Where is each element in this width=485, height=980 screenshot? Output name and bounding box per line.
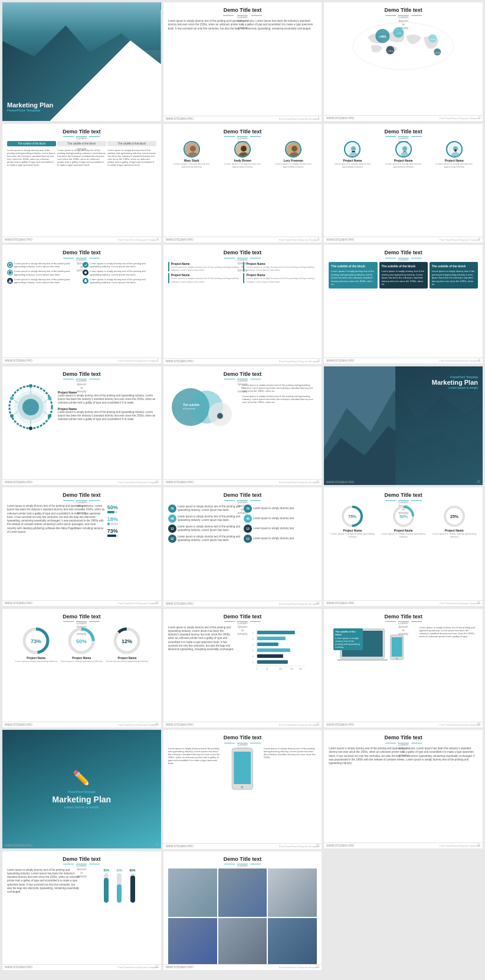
member-3-industry: typesetting industry [270,165,317,168]
slide-2-footer: WWW.SITE2MAX.PRO Free PowerPoint & Keyno… [163,116,322,122]
svg-rect-93 [257,648,290,652]
photo-4 [168,918,217,967]
slide-8-title: Demo Title text [168,250,317,255]
donut-charts: 75% Project Name Lorem ipsum is simply d… [329,504,478,538]
list-item: Lorem ipsum is simply dummy text of the … [83,278,156,284]
svg-text:L: L [253,637,254,640]
svg-point-35 [84,271,87,274]
slides-grid: Marketing Plan PowerPoint Template Demo … [0,0,485,972]
slide-9: Demo Title text Lorem Ipsum is simply Th… [324,245,483,363]
slide-6-title: Demo Title text [329,129,478,135]
slide-8: Demo Title text Lorem Ipsum is simply Pr… [163,245,322,364]
device-layout: The subtitle of the block Lorem ipsum is… [329,626,478,670]
svg-text:+47%: +47% [395,32,402,35]
svg-text:200: 200 [299,668,302,670]
list-item: Lorem ipsum is simply dummy text of the … [7,270,80,276]
bar-chart-layout: Lorem ipsum is simply dummy text of the … [168,626,317,676]
cover3-subtitle: Lorem Ipsum is simply [64,805,99,809]
list-icon-2 [7,270,13,276]
bubble-overlay: The subtitle of the block Lorem ipsum is… [333,628,363,650]
svg-rect-92 [257,643,278,646]
slide-12: PowerPoint Template Marketing Plan Lorem… [324,366,483,485]
slide-20-title: Demo Title text [168,735,317,740]
member-2-role: Lorem ipsum is simply dummy text [219,162,266,165]
list-col-left: i Lorem ipsum is simply dummy text of th… [7,262,80,286]
slide-23-title: Demo Title text [168,856,317,862]
svg-text:50%: 50% [399,514,408,519]
slide-13-title: Demo Title text [7,492,156,498]
tabs-row: The subtitle of the block The subtitle o… [7,141,156,146]
slide-1: Marketing Plan PowerPoint Template [2,2,161,121]
prog-row-5: 76 Lorem ipsum is simply dummy text. [244,504,317,513]
progress-right: 76 Lorem ipsum is simply dummy text. 46 … [244,504,317,543]
cover2-title-area: PowerPoint Template Marketing Plan Lorem… [432,375,478,389]
team-icon-3: Project Name Lorem ipsum is simply dummy… [431,141,478,168]
tab-2[interactable]: The subtitle of the block [57,141,106,146]
tab-content: Lorem ipsum is simply dummy text of the … [7,149,156,167]
svg-text:L: L [253,649,254,652]
slide-7: Demo Title text Lorem Ipsum is simply i … [2,245,161,363]
donut-svg-1: 75% [340,504,364,528]
proj-label-1: Project Name Lorem ipsum is simply dummy… [58,391,156,405]
thermo-fill-3 [130,876,135,903]
slide-17: Demo Title text Lorem Ipsum is simply Lo… [163,609,322,728]
mobile-layout: Lorem ipsum is simply dummy text of the … [168,747,317,797]
feature-card-3: The subtitle of the block Lorem ipsum is… [430,262,478,289]
slide-21: Demo Title text Lorem Ipsum is simply Lo… [324,730,483,848]
thermo-1: 83% [103,868,109,903]
thermo-text: Lorem ipsum is simply dummy text of the … [7,868,80,903]
prog-row-8: 12 Lorem ipsum is simply dummy text. [244,535,317,543]
thermo-fill-1 [104,878,109,903]
donut-svg-2: 50% [392,504,415,528]
slide-10: Demo Title text Lorem Ipsum is simply [2,366,161,485]
icon-circle-2 [395,141,412,158]
svg-rect-66 [107,523,110,525]
list-item: i Lorem ipsum is simply dummy text of th… [7,262,80,268]
slide-5: Demo Title text Lorem Ipsum is simply Ma… [163,124,322,243]
feature-cards: The subtitle of the block Lorem ipsum is… [329,262,478,289]
icon-circle-1 [344,141,361,158]
svg-point-42 [29,384,32,388]
team-icon-1: Project Name Lorem ipsum is simply dummy… [329,141,376,168]
cover-title: Marketing Plan [7,101,53,109]
svg-text:L: L [253,655,254,658]
tab-1[interactable]: The subtitle of the block [7,141,56,146]
svg-marker-34 [8,279,12,283]
slide-14-title: Demo Title text [168,492,317,498]
bar-text: Lorem ipsum is simply dummy text of the … [168,626,235,676]
bar-chart-svg: L L L L L L 0 50 100 150 200 [237,626,317,673]
svg-point-18 [291,146,297,152]
slide-2-body: Lorem ipsum is simply dummy text of the … [168,19,317,31]
svg-text:73%: 73% [31,638,41,644]
cover2-title: Marketing Plan [432,379,478,386]
stats-layout: Lorem ipsum is simply dummy text of the … [7,504,156,537]
svg-text:150: 150 [290,668,293,670]
prog-row-6: 46 Lorem ipsum is simply dummy text. [244,514,317,523]
slide-3-subtitle: Lorem Ipsum is simply [329,14,478,17]
list-item: Lorem ipsum is simply dummy text of the … [83,262,156,268]
member-1-role: Lorem ipsum is simply dummy text [168,162,215,165]
prog-row-3: 13 Lorem ipsum is simply dummy text of t… [168,525,241,533]
svg-point-115 [241,786,244,788]
slide-16-title: Demo Title text [7,614,156,620]
svg-text:+71%: +71% [387,50,394,53]
avatar-3 [285,141,302,158]
team-member-1: Mary Stark Lorem ipsum is simply dummy t… [168,141,215,168]
svg-text:50: 50 [266,668,268,670]
slide-2-subtitle: Lorem Ipsum is simply [168,14,317,17]
svg-text:25%: 25% [450,514,459,519]
slide-17-title: Demo Title text [168,614,317,620]
slide-19: ✏️ PowerPoint Template Marketing Plan Lo… [2,730,161,848]
tab-3[interactable]: The subtitle of the block [107,141,156,146]
slide-14: Demo Title text Lorem Ipsum is simply 76… [163,487,322,607]
avatar-1 [183,141,200,158]
slide-15: Demo Title text Lorem Ipsum is simply 75… [324,487,483,606]
world-map-svg: +56% +47% +12% +71% +15% [329,19,478,73]
svg-text:50%: 50% [76,638,87,644]
svg-rect-67 [110,523,118,525]
donut-svg-3: 25% [443,504,466,528]
svg-rect-114 [234,752,251,784]
photo-2 [218,868,267,917]
slide-15-title: Demo Title text [329,492,478,498]
slide-9-title: Demo Title text [329,250,478,255]
